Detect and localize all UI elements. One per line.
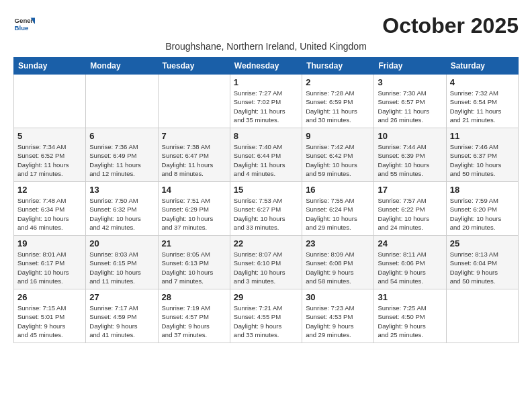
- calendar-cell-w5-d4: 29Sunrise: 7:21 AM Sunset: 4:55 PM Dayli…: [230, 289, 302, 343]
- day-number: 23: [306, 238, 370, 248]
- day-number: 14: [162, 185, 226, 195]
- day-number: 19: [17, 238, 82, 248]
- calendar-cell-w2-d5: 9Sunrise: 7:42 AM Sunset: 6:42 PM Daylig…: [302, 128, 374, 182]
- day-number: 30: [306, 292, 370, 302]
- day-number: 8: [234, 131, 298, 141]
- calendar-cell-w4-d3: 21Sunrise: 8:05 AM Sunset: 6:13 PM Dayli…: [158, 236, 230, 289]
- day-info: Sunrise: 7:53 AM Sunset: 6:27 PM Dayligh…: [234, 196, 298, 232]
- logo: General Blue: [13, 13, 35, 35]
- day-info: Sunrise: 7:55 AM Sunset: 6:24 PM Dayligh…: [306, 196, 370, 232]
- day-number: 12: [17, 185, 82, 195]
- calendar-cell-w5-d2: 27Sunrise: 7:17 AM Sunset: 4:59 PM Dayli…: [86, 289, 158, 343]
- calendar-cell-w1-d4: 1Sunrise: 7:27 AM Sunset: 7:02 PM Daylig…: [230, 75, 302, 128]
- day-number: 16: [306, 185, 370, 195]
- day-number: 13: [89, 185, 154, 195]
- calendar-cell-w3-d2: 13Sunrise: 7:50 AM Sunset: 6:32 PM Dayli…: [86, 182, 158, 236]
- calendar-cell-w2-d3: 7Sunrise: 7:38 AM Sunset: 6:47 PM Daylig…: [158, 128, 230, 182]
- calendar-cell-w3-d5: 16Sunrise: 7:55 AM Sunset: 6:24 PM Dayli…: [302, 182, 374, 236]
- day-info: Sunrise: 8:09 AM Sunset: 6:08 PM Dayligh…: [306, 250, 370, 285]
- calendar-cell-w2-d7: 11Sunrise: 7:46 AM Sunset: 6:37 PM Dayli…: [446, 128, 518, 182]
- day-number: 11: [450, 131, 515, 141]
- calendar-cell-w1-d7: 4Sunrise: 7:32 AM Sunset: 6:54 PM Daylig…: [446, 75, 518, 128]
- calendar-cell-w4-d1: 19Sunrise: 8:01 AM Sunset: 6:17 PM Dayli…: [14, 236, 86, 289]
- header-thursday: Thursday: [302, 58, 374, 75]
- calendar-week-4: 19Sunrise: 8:01 AM Sunset: 6:17 PM Dayli…: [14, 236, 519, 289]
- calendar-cell-w1-d5: 2Sunrise: 7:28 AM Sunset: 6:59 PM Daylig…: [302, 75, 374, 128]
- calendar-cell-w4-d7: 25Sunrise: 8:13 AM Sunset: 6:04 PM Dayli…: [446, 236, 518, 289]
- day-info: Sunrise: 7:46 AM Sunset: 6:37 PM Dayligh…: [450, 142, 515, 178]
- day-number: 25: [450, 238, 515, 248]
- day-info: Sunrise: 8:05 AM Sunset: 6:13 PM Dayligh…: [162, 250, 226, 285]
- month-title: October 2025: [382, 13, 519, 38]
- header-sunday: Sunday: [14, 58, 86, 75]
- day-number: 4: [450, 77, 515, 87]
- calendar-cell-w4-d2: 20Sunrise: 8:03 AM Sunset: 6:15 PM Dayli…: [86, 236, 158, 289]
- day-info: Sunrise: 8:03 AM Sunset: 6:15 PM Dayligh…: [89, 250, 154, 285]
- day-number: 7: [162, 131, 226, 141]
- calendar-cell-w3-d7: 18Sunrise: 7:59 AM Sunset: 6:20 PM Dayli…: [446, 182, 518, 236]
- calendar-cell-w5-d1: 26Sunrise: 7:15 AM Sunset: 5:01 PM Dayli…: [14, 289, 86, 343]
- svg-text:Blue: Blue: [15, 24, 29, 32]
- calendar-cell-w5-d6: 31Sunrise: 7:25 AM Sunset: 4:50 PM Dayli…: [374, 289, 446, 343]
- day-number: 3: [378, 77, 442, 87]
- page: General Blue October 2025 Broughshane, N…: [0, 0, 532, 350]
- calendar-cell-w4-d4: 22Sunrise: 8:07 AM Sunset: 6:10 PM Dayli…: [230, 236, 302, 289]
- header-wednesday: Wednesday: [230, 58, 302, 75]
- day-info: Sunrise: 7:59 AM Sunset: 6:20 PM Dayligh…: [450, 196, 515, 232]
- calendar-cell-w3-d4: 15Sunrise: 7:53 AM Sunset: 6:27 PM Dayli…: [230, 182, 302, 236]
- calendar-cell-w1-d2: [86, 75, 158, 128]
- calendar-week-1: 1Sunrise: 7:27 AM Sunset: 7:02 PM Daylig…: [14, 75, 519, 128]
- calendar-header-row: Sunday Monday Tuesday Wednesday Thursday…: [14, 58, 519, 75]
- calendar-cell-w5-d7: [446, 289, 518, 343]
- day-info: Sunrise: 7:15 AM Sunset: 5:01 PM Dayligh…: [17, 304, 82, 339]
- calendar-cell-w3-d3: 14Sunrise: 7:51 AM Sunset: 6:29 PM Dayli…: [158, 182, 230, 236]
- calendar-cell-w2-d1: 5Sunrise: 7:34 AM Sunset: 6:52 PM Daylig…: [14, 128, 86, 182]
- day-info: Sunrise: 7:34 AM Sunset: 6:52 PM Dayligh…: [17, 142, 82, 178]
- calendar-table: Sunday Monday Tuesday Wednesday Thursday…: [13, 57, 519, 343]
- day-info: Sunrise: 8:07 AM Sunset: 6:10 PM Dayligh…: [234, 250, 298, 285]
- day-info: Sunrise: 7:21 AM Sunset: 4:55 PM Dayligh…: [234, 304, 298, 339]
- day-number: 18: [450, 185, 515, 195]
- day-info: Sunrise: 7:57 AM Sunset: 6:22 PM Dayligh…: [378, 196, 442, 232]
- day-info: Sunrise: 7:17 AM Sunset: 4:59 PM Dayligh…: [89, 304, 154, 339]
- calendar-cell-w2-d6: 10Sunrise: 7:44 AM Sunset: 6:39 PM Dayli…: [374, 128, 446, 182]
- day-info: Sunrise: 7:23 AM Sunset: 4:53 PM Dayligh…: [306, 304, 370, 339]
- calendar-cell-w5-d5: 30Sunrise: 7:23 AM Sunset: 4:53 PM Dayli…: [302, 289, 374, 343]
- day-number: 22: [234, 238, 298, 248]
- day-info: Sunrise: 7:19 AM Sunset: 4:57 PM Dayligh…: [162, 304, 226, 339]
- day-number: 31: [378, 292, 442, 302]
- day-number: 9: [306, 131, 370, 141]
- day-info: Sunrise: 7:51 AM Sunset: 6:29 PM Dayligh…: [162, 196, 226, 232]
- day-info: Sunrise: 7:44 AM Sunset: 6:39 PM Dayligh…: [378, 142, 442, 178]
- header-tuesday: Tuesday: [158, 58, 230, 75]
- calendar-cell-w1-d1: [14, 75, 86, 128]
- day-info: Sunrise: 7:38 AM Sunset: 6:47 PM Dayligh…: [162, 142, 226, 178]
- calendar-week-5: 26Sunrise: 7:15 AM Sunset: 5:01 PM Dayli…: [14, 289, 519, 343]
- day-number: 6: [89, 131, 154, 141]
- day-number: 10: [378, 131, 442, 141]
- day-number: 17: [378, 185, 442, 195]
- header-friday: Friday: [374, 58, 446, 75]
- day-info: Sunrise: 7:30 AM Sunset: 6:57 PM Dayligh…: [378, 89, 442, 124]
- calendar-cell-w3-d1: 12Sunrise: 7:48 AM Sunset: 6:34 PM Dayli…: [14, 182, 86, 236]
- day-info: Sunrise: 7:40 AM Sunset: 6:44 PM Dayligh…: [234, 142, 298, 178]
- day-number: 1: [234, 77, 298, 87]
- subtitle: Broughshane, Northern Ireland, United Ki…: [13, 41, 519, 52]
- day-info: Sunrise: 8:11 AM Sunset: 6:06 PM Dayligh…: [378, 250, 442, 285]
- day-number: 27: [89, 292, 154, 302]
- header-monday: Monday: [86, 58, 158, 75]
- day-info: Sunrise: 7:50 AM Sunset: 6:32 PM Dayligh…: [89, 196, 154, 232]
- calendar-cell-w2-d4: 8Sunrise: 7:40 AM Sunset: 6:44 PM Daylig…: [230, 128, 302, 182]
- day-info: Sunrise: 7:36 AM Sunset: 6:49 PM Dayligh…: [89, 142, 154, 178]
- header-saturday: Saturday: [446, 58, 518, 75]
- day-number: 29: [234, 292, 298, 302]
- calendar-cell-w4-d6: 24Sunrise: 8:11 AM Sunset: 6:06 PM Dayli…: [374, 236, 446, 289]
- day-number: 26: [17, 292, 82, 302]
- day-info: Sunrise: 7:25 AM Sunset: 4:50 PM Dayligh…: [378, 304, 442, 339]
- day-info: Sunrise: 7:32 AM Sunset: 6:54 PM Dayligh…: [450, 89, 515, 124]
- day-info: Sunrise: 7:27 AM Sunset: 7:02 PM Dayligh…: [234, 89, 298, 124]
- calendar-week-2: 5Sunrise: 7:34 AM Sunset: 6:52 PM Daylig…: [14, 128, 519, 182]
- day-number: 2: [306, 77, 370, 87]
- day-info: Sunrise: 7:28 AM Sunset: 6:59 PM Dayligh…: [306, 89, 370, 124]
- day-info: Sunrise: 7:48 AM Sunset: 6:34 PM Dayligh…: [17, 196, 82, 232]
